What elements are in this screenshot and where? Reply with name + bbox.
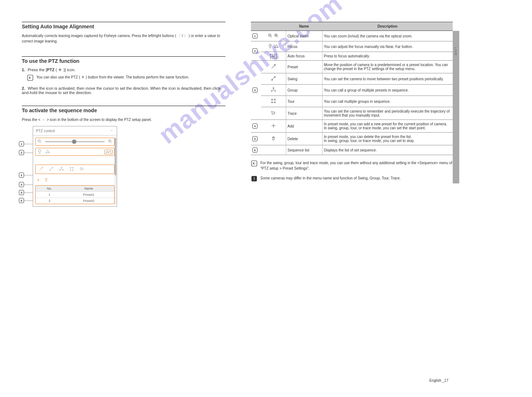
row-name: Optical zoom — [286, 31, 322, 41]
svg-point-18 — [72, 170, 73, 170]
svg-point-37 — [274, 102, 275, 103]
row-desc: You can set the camera to move between t… — [322, 73, 453, 85]
svg-point-12 — [61, 167, 62, 168]
section1-body: Automatically corrects leaning images ca… — [22, 33, 225, 44]
svg-line-2 — [40, 142, 41, 143]
add-icon — [261, 120, 286, 133]
preset-list: No.Name 1Preset1 2Preset2 — [35, 185, 115, 204]
group-icon[interactable] — [59, 166, 64, 172]
callout-5: 5 — [19, 190, 24, 195]
tour-icon — [261, 96, 286, 107]
row-desc: You can call a group of multiple presets… — [322, 85, 453, 96]
trace-icon[interactable] — [79, 166, 84, 172]
svg-point-15 — [70, 167, 71, 168]
row-name: Focus — [286, 41, 322, 52]
row-name: Delete — [286, 133, 322, 145]
auto-focus-icon: AF — [261, 52, 286, 61]
svg-point-8 — [42, 167, 43, 168]
note-icon — [251, 160, 257, 167]
row-name: Trace — [286, 107, 322, 120]
preset-icon — [261, 61, 286, 73]
row-desc: You can zoom (in/out) the camera via the… — [322, 31, 453, 41]
row-idx: 4 — [252, 123, 257, 129]
callout-2: 2 — [19, 150, 24, 155]
svg-point-31 — [273, 88, 274, 89]
row-name: Sequence list — [286, 145, 322, 155]
table-row: 5 Delete In preset mode, you can delete … — [251, 133, 453, 145]
right-note2: Some cameras may differ in the menu name… — [260, 175, 401, 181]
svg-point-33 — [275, 90, 276, 92]
list-item[interactable]: 1Preset1 — [36, 192, 114, 198]
table-row: 1 Optical zoom You can zoom (in/out) the… — [251, 31, 453, 41]
zoom-slider[interactable] — [45, 141, 105, 142]
row-name: Swing — [286, 73, 322, 85]
scrollbar[interactable] — [115, 137, 116, 205]
right-note1: For the swing, group, tour and trace mod… — [260, 160, 453, 171]
table-row: 6 Sequence list Displays the list of set… — [251, 145, 453, 155]
delete-icon[interactable] — [44, 177, 48, 183]
row-name: Group — [286, 85, 322, 96]
focus-far-icon[interactable] — [45, 149, 50, 155]
zoom-out-icon[interactable] — [37, 139, 42, 145]
note-icon — [27, 74, 33, 82]
feature-table: Name Description 1 Optical zoom You can … — [251, 22, 453, 155]
svg-line-24 — [277, 36, 278, 37]
row-idx: 5 — [252, 136, 257, 141]
row-idx: 6 — [252, 147, 257, 153]
preset-icon[interactable] — [39, 166, 44, 172]
svg-line-9 — [39, 168, 42, 171]
svg-text:!: ! — [253, 177, 255, 181]
table-row: Trace You can set the camera to remember… — [251, 107, 453, 120]
section3-title: To activate the sequence mode — [22, 106, 225, 113]
svg-point-35 — [274, 99, 275, 100]
table-row: Tour You can call multiple groups in seq… — [251, 96, 453, 107]
chevron-down-icon[interactable] — [109, 129, 114, 133]
ptz-panel-title: PTZ control — [36, 129, 55, 133]
zoom-in-icon[interactable] — [108, 139, 113, 145]
svg-point-14 — [63, 170, 63, 170]
row-desc: You can adjust the focus manually via Ne… — [322, 41, 453, 52]
swing-icon[interactable] — [49, 166, 54, 172]
svg-point-30 — [274, 77, 275, 78]
svg-point-10 — [49, 170, 50, 170]
step2-text: When the icon is activated, then move th… — [22, 86, 221, 95]
svg-line-28 — [271, 66, 274, 68]
row-idx: 3 — [252, 88, 257, 93]
row-name: Add — [286, 120, 322, 133]
add-icon[interactable]: ＋ — [36, 177, 40, 183]
svg-point-27 — [274, 64, 275, 65]
col-name: Name — [63, 186, 114, 192]
step1-text: Press the [PTZ ( )] icon. — [28, 68, 75, 72]
chevron-up-icon — [41, 118, 46, 122]
section3-step: Press the < > icon in the bottom of the … — [22, 117, 225, 122]
header-name: Name — [286, 22, 322, 31]
focus-near-icon[interactable] — [37, 149, 42, 155]
list-item[interactable]: 2Preset2 — [36, 198, 114, 204]
table-row: AF Auto focus Press to focus automatical… — [251, 52, 453, 61]
step2-num: 2. — [22, 86, 25, 90]
svg-point-11 — [52, 167, 53, 168]
row-name: Tour — [286, 96, 322, 107]
row-desc: Displays the list of set sequence. — [322, 145, 453, 155]
svg-point-34 — [271, 99, 272, 100]
tour-icon[interactable] — [69, 166, 74, 172]
move-icon — [81, 76, 85, 79]
header-desc: Description — [322, 22, 453, 31]
svg-line-21 — [271, 36, 272, 37]
svg-point-36 — [271, 102, 272, 103]
svg-point-19 — [80, 168, 80, 169]
callout-3: 3 — [19, 173, 24, 178]
trace-icon — [261, 107, 286, 120]
svg-point-17 — [70, 170, 71, 170]
table-row: Swing You can set the camera to move bet… — [251, 73, 453, 85]
auto-focus-icon[interactable]: [AF] — [104, 150, 113, 154]
callout-6: 6 — [19, 198, 24, 203]
group-icon — [261, 85, 286, 96]
svg-rect-41 — [252, 161, 257, 166]
callout-4: 4 — [19, 182, 24, 187]
table-row: Group You can call a group of multiple p… — [251, 85, 453, 96]
section1-title: Setting Auto Image Alignment — [22, 22, 225, 29]
svg-point-13 — [60, 170, 60, 170]
blank — [261, 145, 286, 155]
zoom-icons — [261, 31, 286, 41]
